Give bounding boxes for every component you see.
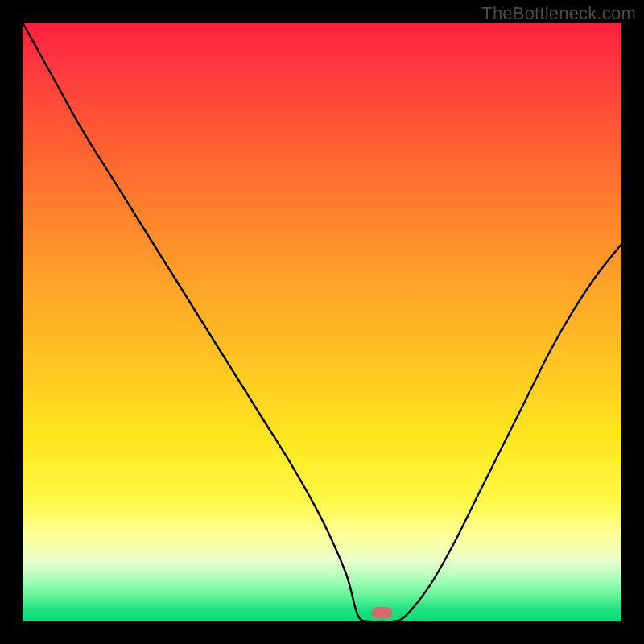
bottleneck-curve xyxy=(23,23,621,621)
watermark-text: TheBottleneck.com xyxy=(481,3,636,24)
curve-path xyxy=(23,23,621,621)
plot-area xyxy=(23,23,621,621)
minimum-marker xyxy=(371,607,392,618)
chart-frame: TheBottleneck.com xyxy=(0,0,644,644)
